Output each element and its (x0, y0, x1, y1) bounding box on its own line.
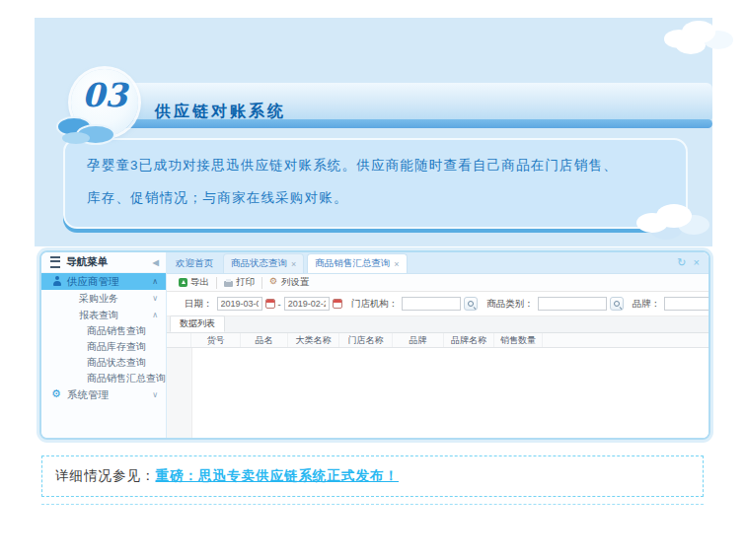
row-selector-column (167, 333, 191, 347)
description-box: 孕婴童3已成功对接思迅供应链对账系统。供应商能随时查看自己商品在门店销售、 库存… (63, 138, 688, 229)
tab[interactable]: 欢迎首页 (169, 254, 220, 273)
tab-bar: 欢迎首页 商品状态查询 × 商品销售汇总查询 × ↻ × (167, 252, 708, 274)
brand-label: 品牌： (633, 298, 661, 311)
column-header[interactable]: 门店名称 (339, 333, 393, 347)
sidebar-title: 导航菜单 (66, 255, 108, 269)
section-number: 03 (82, 76, 127, 114)
category-label: 商品类别： (486, 298, 534, 311)
data-list-tab[interactable]: 数据列表 (170, 315, 225, 332)
column-header[interactable]: 大类名称 (288, 333, 339, 347)
row-selector-gutter (167, 348, 192, 438)
table-body-empty (167, 348, 708, 438)
store-label: 门店机构： (351, 298, 399, 311)
tab[interactable]: 商品状态查询 × (223, 253, 304, 273)
sidebar-item-label: 供应商管理 (67, 275, 119, 289)
sidebar-header: 导航菜单 ◀ (41, 252, 166, 273)
collapse-sidebar-icon[interactable]: ◀ (153, 258, 159, 267)
sidebar-item[interactable]: 系统管理 ∨ (41, 386, 166, 403)
description-line: 孕婴童3已成功对接思迅供应链对账系统。供应商能随时查看自己商品在门店销售、 (87, 149, 668, 181)
main-content: 欢迎首页 商品状态查询 × 商品销售汇总查询 × ↻ × (167, 252, 708, 438)
brand-input[interactable] (664, 297, 710, 311)
data-list-strip: 数据列表 (167, 316, 708, 333)
column-settings-icon (269, 278, 278, 287)
toolbar-button-label: 打印 (236, 276, 255, 289)
footer-note: 详细情况参见： 重磅：思迅专卖供应链系统正式发布！ (41, 455, 704, 497)
sidebar-item[interactable]: 商品销售汇总查询 (41, 371, 166, 386)
wave-decoration-icon (62, 132, 90, 144)
date-from-input[interactable] (217, 297, 262, 311)
refresh-icon[interactable]: ↻ (677, 257, 686, 268)
sidebar-nav: 供应商管理 ∧ 采购业务 ∨ 报表查询 ∧ 商品销售查询 (41, 273, 166, 403)
column-header[interactable]: 货号 (191, 333, 241, 347)
dashed-divider (41, 504, 704, 505)
window-actions: ↻ × (677, 257, 708, 268)
description-line: 库存、促销情况；与商家在线采购对账。 (87, 181, 668, 214)
sidebar-item-label: 商品状态查询 (87, 356, 146, 370)
hero-panel: 03 供应链对账系统 孕婴童3已成功对接思迅供应链对账系统。供应商能随时查看自己… (35, 18, 712, 246)
sidebar-item-label: 商品库存查询 (87, 340, 146, 354)
close-icon[interactable]: × (694, 257, 700, 268)
toolbar-button[interactable]: 导出 (172, 277, 216, 289)
sidebar-item-label: 商品销售汇总查询 (87, 372, 166, 385)
sidebar-item[interactable]: 商品销售查询 (41, 323, 166, 339)
filter-bar: 日期： - 门店机构： 商品类别： 品牌： 查询 (167, 292, 708, 316)
sidebar-item[interactable]: 供应商管理 ∧ (41, 273, 166, 290)
cloud-decoration-icon (627, 197, 715, 246)
cloud-decoration-icon (658, 16, 737, 59)
column-header[interactable]: 品名 (241, 333, 288, 347)
sidebar-item[interactable]: 商品库存查询 (41, 339, 166, 355)
menu-icon (50, 256, 60, 268)
export-icon (179, 278, 187, 287)
category-search-icon[interactable] (610, 297, 624, 311)
print-icon (224, 281, 233, 287)
tab[interactable]: 商品销售汇总查询 × (307, 253, 407, 273)
user-icon (51, 276, 62, 287)
chevron-icon: ∧ (152, 311, 158, 319)
category-input[interactable] (538, 297, 607, 311)
tab-label: 商品状态查询 (231, 257, 287, 270)
sidebar: 导航菜单 ◀ 供应商管理 ∧ 采购业务 ∨ 报表查询 (41, 252, 167, 438)
footer-link[interactable]: 重磅：思迅专卖供应链系统正式发布！ (156, 467, 400, 485)
date-range-separator: - (278, 299, 281, 310)
chevron-icon: ∧ (152, 277, 158, 286)
column-header[interactable]: 销售数量 (494, 333, 543, 347)
column-header[interactable]: 品牌 (393, 333, 444, 347)
column-header[interactable]: 品牌名称 (444, 333, 494, 347)
table-header: 货号 品名 大类名称 门店名称 品牌 品牌名称 销售数量 (167, 333, 708, 348)
chevron-icon: ∨ (152, 294, 158, 303)
tab-close-icon[interactable]: × (394, 259, 399, 269)
tab-label: 商品销售汇总查询 (315, 257, 390, 270)
toolbar-button-label: 列设置 (281, 276, 310, 289)
footer-prefix: 详细情况参见： (55, 467, 156, 485)
date-label: 日期： (185, 298, 213, 311)
toolbar-button[interactable]: 打印 (216, 277, 261, 289)
toolbar-button-label: 导出 (190, 276, 209, 289)
sidebar-item-label: 采购业务 (79, 292, 118, 306)
toolbar-button[interactable]: 列设置 (261, 277, 317, 289)
sidebar-item-label: 报表查询 (79, 309, 118, 322)
section-title: 供应链对账系统 (155, 102, 286, 122)
store-input[interactable] (402, 297, 461, 311)
app-window: 导航菜单 ◀ 供应商管理 ∧ 采购业务 ∨ 报表查询 (39, 250, 710, 440)
toolbar: 导出 打印 列设置 (167, 274, 708, 292)
date-to-input[interactable] (284, 297, 330, 311)
tab-close-icon[interactable]: × (291, 259, 296, 269)
calendar-icon[interactable] (265, 299, 275, 309)
sidebar-item[interactable]: 采购业务 ∨ (41, 290, 166, 307)
tab-strip: 欢迎首页 商品状态查询 × 商品销售汇总查询 × (169, 253, 408, 273)
column-header-filler (543, 333, 708, 347)
sidebar-item-label: 系统管理 (67, 388, 109, 402)
tab-label: 欢迎首页 (176, 257, 213, 270)
store-search-icon[interactable] (464, 297, 478, 311)
sidebar-item[interactable]: 报表查询 ∧ (41, 307, 166, 323)
gear-icon (51, 389, 62, 400)
sidebar-item-label: 商品销售查询 (87, 324, 146, 338)
chevron-icon: ∨ (152, 390, 158, 399)
sidebar-item[interactable]: 商品状态查询 (41, 355, 166, 371)
calendar-icon[interactable] (333, 299, 342, 309)
